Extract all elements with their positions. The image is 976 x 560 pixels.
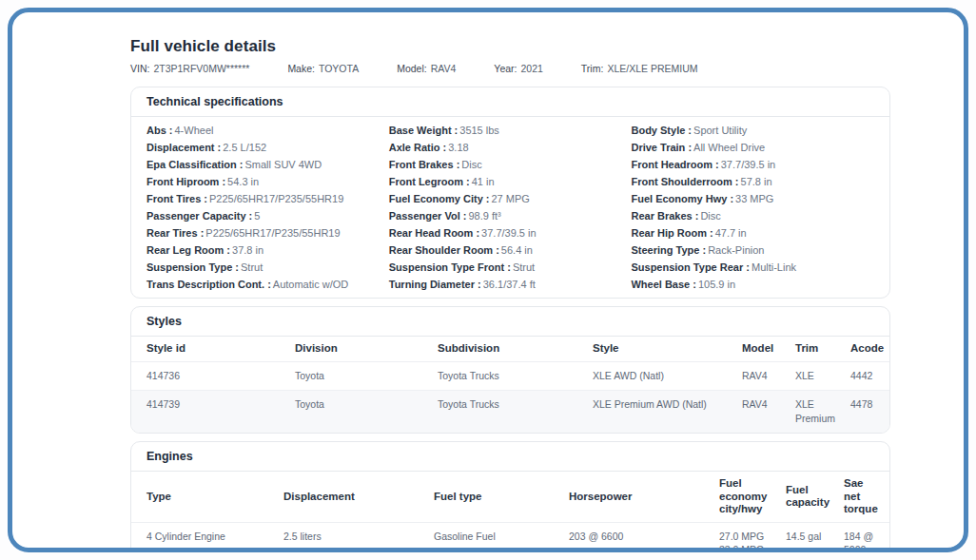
spec-label: Rear Brakes : <box>631 210 698 222</box>
spec-item: Abs :4-Wheel <box>146 122 389 139</box>
styles-cell: XLE Premium AWD (Natl) <box>593 391 742 434</box>
engines-cell: 14.5 gal <box>786 522 844 552</box>
meta-year: Year:2021 <box>494 63 543 75</box>
spec-value: 3515 lbs <box>459 125 499 136</box>
spec-label: Body Style : <box>631 125 692 136</box>
engines-header-cell: Horsepower <box>569 472 719 522</box>
engines-header-cell: Sae net torque <box>844 472 889 522</box>
spec-item: Fuel Economy City :27 MPG <box>389 190 632 207</box>
spec-value: 37.8 in <box>232 244 264 256</box>
spec-label: Front Tires : <box>146 193 207 204</box>
spec-label: Suspension Type Rear : <box>631 261 750 273</box>
vehicle-meta-bar: VIN:2T3P1RFV0MW****** Make:TOYOTA Model:… <box>130 63 890 75</box>
meta-value: 2T3P1RFV0MW****** <box>153 63 249 74</box>
meta-make: Make:TOYOTA <box>287 63 359 75</box>
spec-label: Rear Leg Room : <box>146 244 230 256</box>
spec-label: Rear Hip Room : <box>631 227 712 239</box>
spec-value: Sport Utility <box>693 125 747 136</box>
table-row: 414739 Toyota Toyota Trucks XLE Premium … <box>131 391 889 434</box>
meta-label: Trim: <box>581 63 604 74</box>
styles-cell: 414739 <box>131 391 295 434</box>
spec-column-2: Base Weight :3515 lbs Axle Ratio :3.18 F… <box>389 122 632 293</box>
spec-value: 37.7/39.5 in <box>481 227 537 239</box>
styles-header-cell: Trim <box>795 337 850 361</box>
spec-label: Fuel Economy City : <box>389 193 490 204</box>
spec-item: Wheel Base :105.9 in <box>631 276 873 293</box>
engines-cell: 27.0 MPG 33.0 MPG <box>719 522 786 552</box>
spec-label: Epa Classification : <box>146 159 243 170</box>
spec-item: Trans Description Cont. :Automatic w/OD <box>146 276 389 293</box>
spec-item: Turning Diameter :36.1/37.4 ft <box>389 276 632 293</box>
spec-column-1: Abs :4-Wheel Displacement :2.5 L/152 Epa… <box>146 122 389 293</box>
styles-card: Styles Style id Division Subdivision Sty… <box>130 306 890 434</box>
spec-label: Passenger Capacity : <box>146 210 252 222</box>
spec-value: 105.9 in <box>698 279 735 290</box>
engines-header-cell: Displacement <box>283 472 434 522</box>
technical-specifications-card: Technical specifications Abs :4-Wheel Di… <box>130 87 890 299</box>
styles-header-cell: Division <box>295 337 438 361</box>
spec-item: Rear Hip Room :47.7 in <box>631 224 873 241</box>
styles-cell: Toyota Trucks <box>438 361 593 391</box>
spec-value: P225/65HR17/P235/55HR19 <box>209 193 343 204</box>
meta-label: Year: <box>494 63 517 74</box>
engines-cell: 4 Cylinder Engine <box>131 522 283 552</box>
spec-value: Multi-Link <box>752 261 796 273</box>
spec-item: Body Style :Sport Utility <box>631 122 873 139</box>
spec-item: Front Shoulderroom :57.8 in <box>631 173 873 190</box>
styles-cell: 414736 <box>131 361 295 391</box>
meta-value: 2021 <box>520 63 542 74</box>
engines-table: Type Displacement Fuel type Horsepower F… <box>131 472 889 552</box>
spec-label: Front Legroom : <box>389 176 470 187</box>
vehicle-details-page: Full vehicle details VIN:2T3P1RFV0MW****… <box>130 37 890 552</box>
styles-header-cell: Style id <box>131 337 295 361</box>
spec-item: Rear Head Room :37.7/39.5 in <box>389 224 632 241</box>
spec-value: 27 MPG <box>491 193 529 204</box>
meta-value: XLE/XLE PREMIUM <box>607 63 697 74</box>
spec-label: Displacement : <box>146 142 221 153</box>
styles-cell: Toyota <box>295 361 438 391</box>
spec-item: Rear Brakes :Disc <box>631 207 873 224</box>
spec-value: P225/65HR17/P235/55HR19 <box>205 227 340 239</box>
spec-column-3: Body Style :Sport Utility Drive Train :A… <box>631 122 873 293</box>
spec-label: Axle Ratio : <box>389 142 447 153</box>
spec-label: Base Weight : <box>389 125 459 136</box>
spec-label: Suspension Type : <box>146 261 239 273</box>
spec-grid: Abs :4-Wheel Displacement :2.5 L/152 Epa… <box>131 117 889 298</box>
spec-value: 57.8 in <box>741 176 772 187</box>
engines-header-cell: Fuel type <box>434 472 569 522</box>
spec-item: Rear Shoulder Room :56.4 in <box>389 241 632 259</box>
spec-item: Front Legroom :41 in <box>389 173 632 190</box>
styles-header-cell: Subdivision <box>438 337 593 361</box>
styles-header-cell: Acode <box>850 337 889 361</box>
spec-value: 54.3 in <box>227 176 259 187</box>
spec-label: Front Headroom : <box>631 159 718 170</box>
technical-specifications-title: Technical specifications <box>131 87 889 117</box>
spec-value: 36.1/37.4 ft <box>483 279 536 290</box>
engines-cell: 2.5 liters <box>283 522 434 552</box>
spec-value: 4-Wheel <box>175 125 214 136</box>
spec-item: Suspension Type Rear :Multi-Link <box>631 259 873 276</box>
engines-header-row: Type Displacement Fuel type Horsepower F… <box>131 472 889 522</box>
spec-item: Front Tires :P225/65HR17/P235/55HR19 <box>146 190 389 207</box>
styles-cell: Toyota <box>295 391 438 434</box>
spec-label: Passenger Vol : <box>389 210 467 222</box>
spec-value: All Wheel Drive <box>693 142 765 153</box>
spec-item: Epa Classification :Small SUV 4WD <box>146 156 389 173</box>
spec-value: Strut <box>241 261 263 273</box>
spec-value: Small SUV 4WD <box>244 159 322 170</box>
spec-item: Passenger Vol :98.9 ft³ <box>389 207 632 224</box>
meta-label: Make: <box>287 63 315 74</box>
spec-value: Rack-Pinion <box>708 244 764 256</box>
spec-item: Front Brakes :Disc <box>389 156 632 173</box>
styles-cell: XLE Premium <box>795 391 850 434</box>
spec-value: 3.18 <box>448 142 468 153</box>
meta-value: TOYOTA <box>319 63 359 74</box>
spec-item: Rear Leg Room :37.8 in <box>146 241 389 259</box>
spec-item: Steering Type :Rack-Pinion <box>631 241 873 259</box>
spec-item: Rear Tires :P225/65HR17/P235/55HR19 <box>146 224 389 241</box>
styles-cell: XLE AWD (Natl) <box>593 361 742 391</box>
spec-value: 56.4 in <box>501 244 533 256</box>
spec-item: Suspension Type Front :Strut <box>389 259 632 276</box>
spec-value: Disc <box>700 210 720 222</box>
engines-header-cell: Fuel economy city/hwy <box>719 472 786 522</box>
